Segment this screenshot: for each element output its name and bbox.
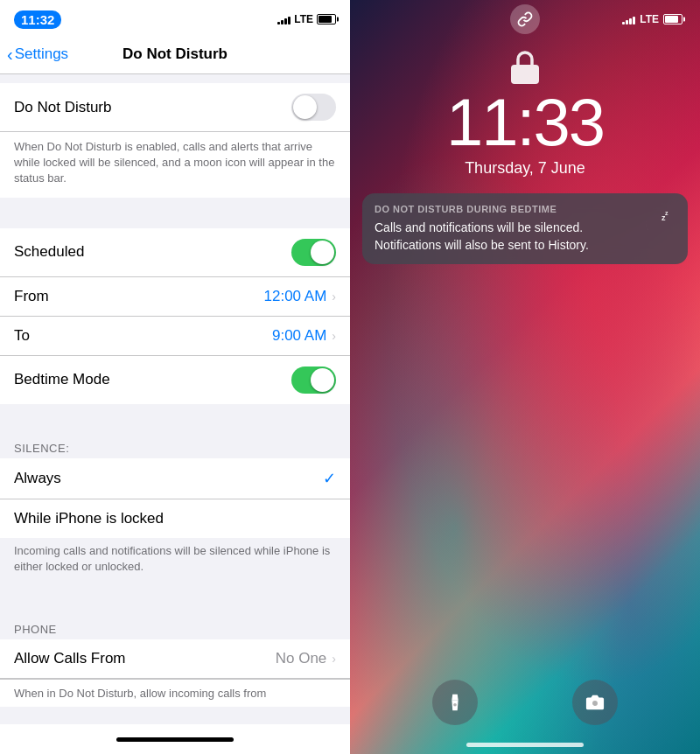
settings-panel: 11:32 LTE ‹ Settings Do Not Disturb D bbox=[0, 0, 350, 754]
bedtime-row: Bedtime Mode bbox=[0, 356, 350, 404]
home-indicator-right bbox=[350, 743, 700, 754]
dnd-banner-content: DO NOT DISTURB DURING BEDTIME Calls and … bbox=[374, 204, 626, 254]
dnd-banner-text: Calls and notifications will be silenced… bbox=[374, 220, 626, 254]
bedtime-toggle[interactable] bbox=[291, 367, 336, 394]
from-row[interactable]: From 12:00 AM › bbox=[0, 277, 350, 317]
status-icons-right: LTE bbox=[622, 13, 682, 25]
home-bar-right bbox=[466, 743, 584, 747]
lte-left: LTE bbox=[294, 13, 313, 25]
allow-calls-value: No One bbox=[276, 650, 327, 667]
status-bar-right: LTE bbox=[350, 0, 700, 38]
dnd-banner: DO NOT DISTURB DURING BEDTIME Calls and … bbox=[362, 193, 688, 264]
back-label: Settings bbox=[15, 45, 68, 63]
settings-content: Do Not Disturb When Do Not Disturb is en… bbox=[0, 74, 350, 724]
signal-bars-right bbox=[622, 14, 635, 24]
to-chevron-icon: › bbox=[332, 329, 336, 343]
dnd-row: Do Not Disturb bbox=[0, 83, 350, 132]
dnd-toggle[interactable] bbox=[291, 94, 336, 121]
from-label: From bbox=[14, 288, 264, 305]
allow-calls-row[interactable]: Allow Calls From No One › bbox=[0, 639, 350, 679]
scheduled-label: Scheduled bbox=[14, 243, 291, 261]
home-indicator-left bbox=[0, 724, 350, 754]
flashlight-button[interactable] bbox=[432, 680, 478, 725]
lock-time: 11:33 bbox=[350, 89, 700, 156]
svg-rect-0 bbox=[511, 65, 539, 84]
gap2 bbox=[0, 198, 350, 228]
battery-right bbox=[663, 14, 682, 24]
svg-point-4 bbox=[592, 700, 598, 706]
to-label: To bbox=[14, 327, 272, 345]
gap3 bbox=[0, 404, 350, 435]
scheduled-toggle[interactable] bbox=[291, 239, 336, 266]
lock-icon bbox=[508, 47, 542, 86]
bedtime-toggle-thumb bbox=[311, 368, 334, 392]
lock-bottom bbox=[350, 666, 700, 754]
back-chevron-icon: ‹ bbox=[7, 45, 13, 65]
dnd-description: When Do Not Disturb is enabled, calls an… bbox=[0, 132, 350, 198]
silence-section: Always ✓ While iPhone is locked bbox=[0, 458, 350, 538]
bedtime-label: Bedtime Mode bbox=[14, 371, 291, 388]
lock-icon-area bbox=[350, 47, 700, 86]
while-locked-desc: Incoming calls and notifications will be… bbox=[0, 538, 350, 585]
bottom-text: When in Do Not Disturb, allow incoming c… bbox=[0, 679, 350, 707]
dnd-section: Do Not Disturb When Do Not Disturb is en… bbox=[0, 83, 350, 198]
home-bar-left bbox=[116, 737, 234, 742]
lock-date: Thursday, 7 June bbox=[350, 159, 700, 178]
gap4 bbox=[0, 585, 350, 616]
to-row[interactable]: To 9:00 AM › bbox=[0, 317, 350, 356]
always-label: Always bbox=[14, 470, 323, 487]
camera-button[interactable] bbox=[572, 680, 618, 725]
dnd-toggle-thumb bbox=[293, 95, 317, 119]
svg-text:z: z bbox=[665, 210, 668, 216]
scheduled-section: Scheduled From 12:00 AM › To 9:00 AM › B… bbox=[0, 228, 350, 404]
to-value: 9:00 AM bbox=[272, 327, 326, 345]
gap bbox=[0, 74, 350, 83]
scheduled-row: Scheduled bbox=[0, 228, 350, 277]
lock-dock bbox=[350, 666, 700, 743]
time-left: 11:32 bbox=[14, 10, 61, 29]
scheduled-toggle-thumb bbox=[311, 241, 334, 264]
while-locked-row[interactable]: While iPhone is locked bbox=[0, 499, 350, 538]
dnd-label: Do Not Disturb bbox=[14, 99, 291, 116]
battery-fill-left bbox=[318, 16, 332, 23]
phone-header: Phone bbox=[0, 616, 350, 639]
back-button[interactable]: ‹ Settings bbox=[7, 45, 68, 65]
always-row[interactable]: Always ✓ bbox=[0, 458, 350, 499]
silence-header: Silence: bbox=[0, 435, 350, 458]
dnd-banner-title: DO NOT DISTURB DURING BEDTIME bbox=[374, 204, 626, 214]
allow-calls-chevron-icon: › bbox=[332, 652, 336, 666]
signal-bars-left bbox=[277, 14, 290, 24]
battery-fill-right bbox=[665, 16, 678, 23]
from-chevron-icon: › bbox=[332, 290, 336, 304]
svg-point-3 bbox=[453, 703, 457, 707]
status-bar-left: 11:32 LTE bbox=[0, 0, 350, 38]
from-value: 12:00 AM bbox=[264, 288, 327, 305]
lock-screen: LTE 11:33 Thursday, 7 June DO NOT DISTUR… bbox=[350, 0, 700, 754]
lock-time-area: 11:33 Thursday, 7 June bbox=[350, 89, 700, 178]
nav-title: Do Not Disturb bbox=[122, 45, 228, 63]
moon-zz-icon: z z bbox=[637, 208, 676, 250]
link-icon bbox=[510, 4, 540, 34]
allow-calls-label: Allow Calls From bbox=[14, 650, 276, 667]
always-checkmark-icon: ✓ bbox=[323, 469, 336, 488]
while-locked-label: While iPhone is locked bbox=[14, 510, 336, 527]
status-icons-left: LTE bbox=[277, 13, 336, 25]
phone-section: Allow Calls From No One › When in Do Not… bbox=[0, 639, 350, 707]
battery-left bbox=[317, 14, 336, 24]
lte-right: LTE bbox=[640, 13, 659, 25]
nav-bar: ‹ Settings Do Not Disturb bbox=[0, 38, 350, 74]
